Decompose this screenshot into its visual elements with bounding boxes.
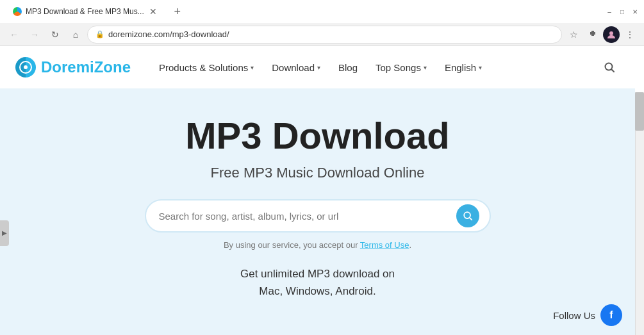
svg-line-5 [470,218,472,220]
refresh-button[interactable]: ↻ [46,26,64,44]
nav-item-english[interactable]: English ▾ [437,57,490,78]
search-icon [604,61,615,73]
window-controls: – □ ✕ [606,8,639,15]
cta-line1: Get unlimited MP3 download on [240,268,395,280]
terms-of-use-link[interactable]: Terms of Use [360,240,409,250]
nav-menu: Products & Solutions ▾ Download ▾ Blog T… [151,57,599,78]
address-bar[interactable]: 🔒 doremizone.com/mp3-download/ [87,26,562,44]
search-submit-icon [463,211,473,221]
search-bar[interactable] [145,199,491,233]
doremi-logo-mark [19,61,32,74]
svg-point-0 [609,31,613,35]
facebook-button[interactable]: f [600,304,622,326]
follow-us-section: Follow Us f [553,304,622,326]
new-tab-button[interactable]: + [169,3,186,20]
hero-subtitle: Free MP3 Music Download Online [211,165,425,181]
menu-button[interactable]: ⋮ [621,26,639,44]
cta-text: Get unlimited MP3 download on Mac, Windo… [240,265,395,300]
profile-icon [606,29,616,40]
extensions-button[interactable] [584,26,602,44]
terms-text: By using our service, you accept our Ter… [224,240,411,250]
toolbar-right: ☆ ⋮ [565,26,639,44]
forward-button[interactable]: → [26,26,44,44]
profile-button[interactable] [603,26,620,43]
search-input[interactable] [159,211,456,222]
address-bar-row: ← → ↻ ⌂ 🔒 doremizone.com/mp3-download/ ☆… [0,23,644,46]
nav-products-label: Products & Solutions [159,62,248,73]
address-text: doremizone.com/mp3-download/ [108,29,554,39]
minimize-button[interactable]: – [606,8,613,15]
terms-prefix: By using our service, you accept our [224,240,360,250]
nav-topsongs-label: Top Songs [376,62,421,73]
logo-text: DoremiZone [41,58,131,76]
download-chevron-icon: ▾ [317,64,320,71]
hero-title: MP3 Download [185,114,449,157]
nav-download-label: Download [272,62,315,73]
tab-title: MP3 Download & Free MP3 Mus... [26,7,144,16]
search-submit-button[interactable] [456,204,479,227]
terms-suffix: . [409,240,411,250]
browser-chrome: MP3 Download & Free MP3 Mus... ✕ + – □ ✕… [0,0,644,46]
english-chevron-icon: ▾ [479,64,482,71]
puzzle-icon [588,29,598,40]
home-button[interactable]: ⌂ [67,26,85,44]
logo-doremi: Doremi [41,58,94,76]
site-nav: DoremiZone Products & Solutions ▾ Downlo… [0,46,635,88]
products-chevron-icon: ▾ [251,64,254,71]
tab-favicon-icon [13,7,22,16]
nav-item-blog[interactable]: Blog [331,57,365,78]
title-bar: MP3 Download & Free MP3 Mus... ✕ + – □ ✕ [0,0,644,23]
nav-item-products[interactable]: Products & Solutions ▾ [151,57,261,78]
back-button[interactable]: ← [5,26,23,44]
side-toggle-button[interactable]: ▶ [0,220,9,246]
maximize-button[interactable]: □ [618,8,626,15]
logo-zone: Zone [94,58,131,76]
nav-english-label: English [445,62,476,73]
nav-blog-label: Blog [338,62,358,73]
site-logo[interactable]: DoremiZone [15,57,131,78]
nav-item-topsongs[interactable]: Top Songs ▾ [368,57,434,78]
logo-icon [15,57,36,78]
topsongs-chevron-icon: ▾ [424,64,427,71]
website-content: DoremiZone Products & Solutions ▾ Downlo… [0,46,635,335]
svg-line-3 [612,70,615,72]
nav-item-download[interactable]: Download ▾ [264,57,328,78]
cta-line2: Mac, Windows, Android. [259,285,376,297]
nav-search-button[interactable] [599,57,620,78]
browser-tab[interactable]: MP3 Download & Free MP3 Mus... ✕ [5,2,166,21]
scrollbar[interactable] [635,92,644,335]
follow-us-label: Follow Us [553,310,595,321]
bookmark-button[interactable]: ☆ [565,26,582,44]
website-container: DoremiZone Products & Solutions ▾ Downlo… [0,46,644,335]
hero-section: MP3 Download Free MP3 Music Download Onl… [0,88,635,313]
scrollbar-thumb[interactable] [635,92,644,131]
lock-icon: 🔒 [95,30,104,38]
tab-close-button[interactable]: ✕ [148,6,158,17]
close-button[interactable]: ✕ [631,8,639,15]
